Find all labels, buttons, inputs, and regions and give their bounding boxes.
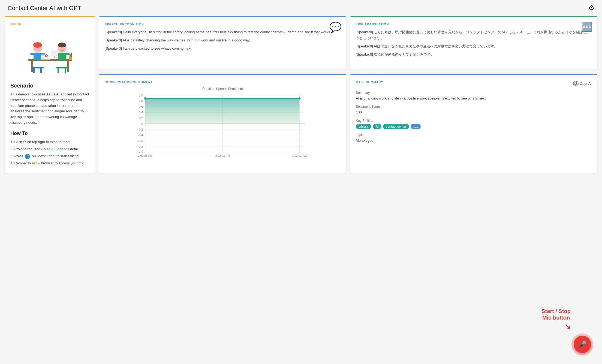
svg-text:-0.6: -0.6	[138, 139, 143, 142]
summary-title: Summary	[356, 91, 592, 95]
gear-inline-icon: ⚙	[23, 140, 26, 144]
callsummary-label: CALL SUMMARY	[356, 80, 383, 84]
howto-title: How To	[10, 131, 89, 136]
svg-rect-5	[34, 53, 42, 60]
svg-rect-9	[33, 68, 35, 73]
svg-rect-29	[53, 58, 57, 58]
svg-text:0: 0	[142, 122, 143, 125]
mic-fab-icon: 🎤	[578, 340, 587, 349]
mic-fab-button[interactable]: 🎤	[574, 336, 591, 353]
svg-text:-0.2: -0.2	[138, 128, 143, 131]
svg-rect-10	[40, 68, 42, 73]
speech-label: SPEECH RECOGNITION	[105, 23, 341, 26]
svg-rect-15	[42, 58, 47, 58]
translation-text: [Speaker0] こんにちは、私は図書館に座って美しい青空を見ながら、コンタ…	[356, 29, 592, 58]
entity-tag-contact-center: contact center	[383, 124, 409, 129]
sentiment-score-section: Sentiment Score 100	[356, 105, 592, 115]
speech-line-2: [Speaker0] AI is definitely changing the…	[105, 37, 341, 43]
annotation-arrow-icon: ↘	[564, 322, 571, 331]
svg-point-20	[60, 49, 64, 52]
howto-item-2: 2. Provide required Azure AI Services de…	[10, 146, 89, 152]
svg-text:2:02:11 PM: 2:02:11 PM	[292, 154, 307, 157]
svg-rect-8	[31, 67, 44, 68]
allow-link: Allow	[32, 161, 40, 165]
chart-area: 1.0 0.8 0.6 0.4 0.2 0 -0.2 -0.4 -0.6 -0.…	[105, 92, 341, 157]
svg-text:-1.0: -1.0	[138, 150, 143, 153]
openai-badge: OpenAI	[573, 81, 592, 86]
guide-card: GUIDE	[5, 16, 95, 173]
svg-text:2:01:56 PM: 2:01:56 PM	[138, 154, 152, 157]
sentiment-label: CONVERSATION SENTIMENT	[105, 80, 341, 84]
app-title: Contact Center AI with GPT	[8, 5, 81, 12]
translation-line-2: [Speaker0] AIは間違いなく私たちの仕事や生活への対処方法を良い方法で…	[356, 43, 592, 49]
svg-rect-6	[30, 53, 34, 55]
mic-inline-icon: 🎤	[25, 154, 30, 159]
svg-text:0.6: 0.6	[139, 105, 143, 108]
howto-item-3: 3. Press 🎤 on bottom right to start talk…	[10, 153, 89, 159]
speech-line-1: [Speaker0] Hello everyone I'm sitting in…	[105, 29, 341, 35]
svg-text:0.4: 0.4	[139, 111, 143, 114]
entity-tags: Library AI contact center d...	[356, 124, 592, 129]
translate-icon: 🔤	[582, 22, 593, 32]
howto-item-4: 4. Rember to Allow browser to access you…	[10, 160, 89, 166]
svg-marker-59	[145, 98, 300, 124]
svg-text:0.2: 0.2	[139, 117, 143, 120]
entity-tag-extra: d...	[411, 124, 421, 129]
sentiment-score-value: 100	[356, 110, 592, 115]
entity-tag-library: Library	[356, 124, 371, 129]
speech-line-3: [Speaker0] I am very excited to see what…	[105, 46, 341, 52]
azure-services-link: Azure AI Services	[41, 147, 69, 151]
svg-text:2:02:08 PM: 2:02:08 PM	[215, 154, 230, 157]
svg-point-61	[298, 97, 300, 100]
main-content: GUIDE	[0, 16, 602, 178]
chart-container: Realtime Speech Sentiment 1.0 0.8 0.6 0.…	[105, 87, 341, 163]
chart-svg: 1.0 0.8 0.6 0.4 0.2 0 -0.2 -0.4 -0.6 -0.…	[105, 92, 341, 157]
call-summary-card: CALL SUMMARY OpenAI Summary AI is changi…	[350, 74, 597, 173]
gear-icon[interactable]: ⚙	[588, 4, 594, 12]
scenario-title: Scenario	[10, 83, 89, 89]
svg-rect-21	[58, 53, 66, 60]
svg-point-19	[58, 43, 66, 47]
svg-text:-0.4: -0.4	[138, 134, 143, 137]
annotation-text: Start / StopMic button	[541, 308, 571, 321]
annotation-overlay: Start / StopMic button ↘	[541, 308, 571, 331]
summary-section: Summary AI is changing work and life in …	[356, 91, 592, 101]
live-translation-card: LIVE TRANSLATION 🔤 [Speaker0] こんにちは、私は図書…	[350, 16, 597, 70]
topic-value: Monologue	[356, 138, 592, 143]
key-entities-title: Key Entities	[356, 119, 592, 123]
summary-text: AI is changing work and life in a positi…	[356, 96, 592, 101]
svg-text:0.8: 0.8	[139, 100, 143, 103]
sentiment-score-title: Sentiment Score	[356, 105, 592, 109]
svg-rect-25	[58, 68, 59, 73]
translation-line-1: [Speaker0] こんにちは、私は図書館に座って美しい青空を見ながら、コンタ…	[356, 29, 592, 41]
speech-text: [Speaker0] Hello everyone I'm sitting in…	[105, 29, 341, 52]
chart-title: Realtime Speech Sentiment	[105, 87, 341, 91]
svg-rect-32	[70, 54, 71, 57]
svg-rect-12	[41, 59, 50, 60]
svg-rect-28	[54, 56, 55, 58]
illustration-svg: ✕	[20, 32, 80, 76]
guide-illustration: ✕	[10, 29, 89, 78]
svg-rect-24	[56, 67, 68, 68]
svg-text:✕: ✕	[46, 55, 47, 57]
speech-recognition-card: SPEECH RECOGNITION 💬 [Speaker0] Hello ev…	[99, 16, 346, 70]
svg-rect-27	[51, 50, 58, 56]
scenario-text: This demo showcases Azure AI applied in …	[10, 92, 89, 126]
svg-rect-33	[71, 53, 72, 57]
svg-point-4	[33, 42, 42, 48]
callsummary-header: CALL SUMMARY OpenAI	[356, 80, 592, 87]
svg-text:1.0: 1.0	[139, 94, 143, 97]
topic-title: Topic	[356, 133, 592, 137]
howto-item-1: 1. Click ⚙ on top right to expand menu	[10, 139, 89, 145]
translation-line-3: [Speaker0] 次に何が来るのかとても楽しみです。	[356, 52, 592, 58]
translation-label: LIVE TRANSLATION	[356, 23, 592, 26]
guide-label: GUIDE	[10, 23, 89, 26]
svg-point-60	[144, 97, 146, 100]
svg-text:-0.8: -0.8	[138, 145, 143, 148]
app-header: Contact Center AI with GPT ⚙	[0, 0, 602, 16]
topic-section: Topic Monologue	[356, 133, 592, 143]
chat-bubble-icon: 💬	[329, 22, 342, 33]
howto-list: 1. Click ⚙ on top right to expand menu 2…	[10, 139, 89, 166]
sentiment-card: CONVERSATION SENTIMENT Realtime Speech S…	[99, 74, 346, 173]
svg-rect-31	[70, 54, 70, 57]
